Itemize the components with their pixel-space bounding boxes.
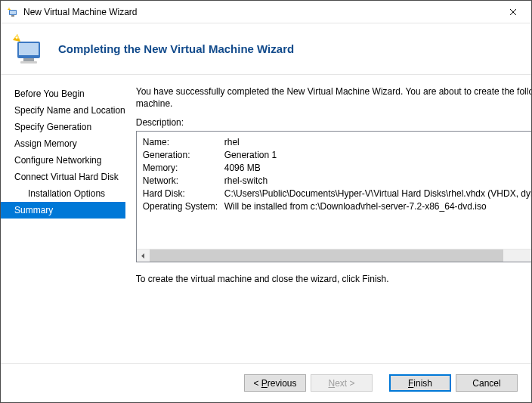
summary-value: rhel xyxy=(224,136,240,149)
scroll-left-arrow-icon[interactable] xyxy=(137,250,150,262)
svg-rect-1 xyxy=(10,11,16,14)
sidebar-step-4[interactable]: Configure Networking xyxy=(1,152,125,169)
summary-row: Name:rhel xyxy=(143,136,531,149)
summary-value: Generation 1 xyxy=(224,149,277,162)
summary-key: Network: xyxy=(143,175,224,188)
wizard-header: Completing the New Virtual Machine Wizar… xyxy=(1,23,531,75)
previous-button[interactable]: < Previous xyxy=(244,374,306,392)
next-button: Next > xyxy=(311,374,373,392)
page-title: Completing the New Virtual Machine Wizar… xyxy=(58,42,294,55)
summary-value: 4096 MB xyxy=(224,162,261,175)
svg-point-11 xyxy=(16,36,17,38)
sidebar-step-1[interactable]: Specify Name and Location xyxy=(1,102,125,119)
wizard-icon xyxy=(10,31,46,67)
summary-row: Network:rhel-switch xyxy=(143,175,531,188)
summary-row: Generation:Generation 1 xyxy=(143,149,531,162)
intro-text: You have successfully completed the New … xyxy=(136,85,531,110)
sidebar-step-3[interactable]: Assign Memory xyxy=(1,135,125,152)
summary-key: Generation: xyxy=(143,149,224,162)
summary-row: Hard Disk:C:\Users\Public\Documents\Hype… xyxy=(143,188,531,200)
cancel-button[interactable]: Cancel xyxy=(456,374,518,392)
wizard-steps-sidebar: Before You BeginSpecify Name and Locatio… xyxy=(1,75,125,363)
sidebar-step-5[interactable]: Connect Virtual Hard Disk xyxy=(1,169,125,185)
horizontal-scrollbar[interactable] xyxy=(137,249,531,262)
summary-row: Memory:4096 MB xyxy=(143,162,531,175)
finish-button[interactable]: Finish xyxy=(389,374,451,392)
svg-rect-6 xyxy=(19,43,39,55)
summary-key: Name: xyxy=(143,136,224,149)
svg-rect-7 xyxy=(23,58,34,61)
titlebar: New Virtual Machine Wizard xyxy=(1,1,531,23)
app-icon xyxy=(7,6,19,18)
wizard-window: New Virtual Machine Wizard Completing th… xyxy=(0,0,532,403)
close-button[interactable] xyxy=(496,1,530,23)
sidebar-step-0[interactable]: Before You Begin xyxy=(1,85,125,102)
svg-rect-8 xyxy=(20,61,37,64)
finish-instruction: To create the virtual machine and close … xyxy=(136,273,531,285)
svg-marker-12 xyxy=(141,253,144,259)
svg-marker-4 xyxy=(8,8,10,9)
sidebar-step-6[interactable]: Installation Options xyxy=(1,185,125,202)
sidebar-step-2[interactable]: Specify Generation xyxy=(1,119,125,135)
summary-key: Memory: xyxy=(143,162,224,175)
wizard-main: You have successfully completed the New … xyxy=(125,75,531,363)
summary-value: C:\Users\Public\Documents\Hyper-V\Virtua… xyxy=(224,188,531,200)
svg-rect-2 xyxy=(11,15,14,17)
description-box: Name:rhelGeneration:Generation 1Memory:4… xyxy=(136,131,531,262)
summary-value: Will be installed from c:\Download\rhel-… xyxy=(224,200,487,213)
summary-key: Hard Disk: xyxy=(143,188,224,200)
summary-key: Operating System: xyxy=(143,200,224,213)
summary-table: Name:rhelGeneration:Generation 1Memory:4… xyxy=(137,132,531,249)
description-label: Description: xyxy=(136,117,531,128)
wizard-body: Before You BeginSpecify Name and Locatio… xyxy=(1,75,531,363)
wizard-footer: < Previous Next > Finish Cancel xyxy=(1,363,531,402)
summary-value: rhel-switch xyxy=(224,175,268,188)
sidebar-step-7[interactable]: Summary xyxy=(1,202,125,219)
window-title: New Virtual Machine Wizard xyxy=(23,7,496,17)
scroll-thumb[interactable] xyxy=(150,250,503,262)
scroll-track[interactable] xyxy=(150,250,531,262)
summary-row: Operating System:Will be installed from … xyxy=(143,200,531,213)
